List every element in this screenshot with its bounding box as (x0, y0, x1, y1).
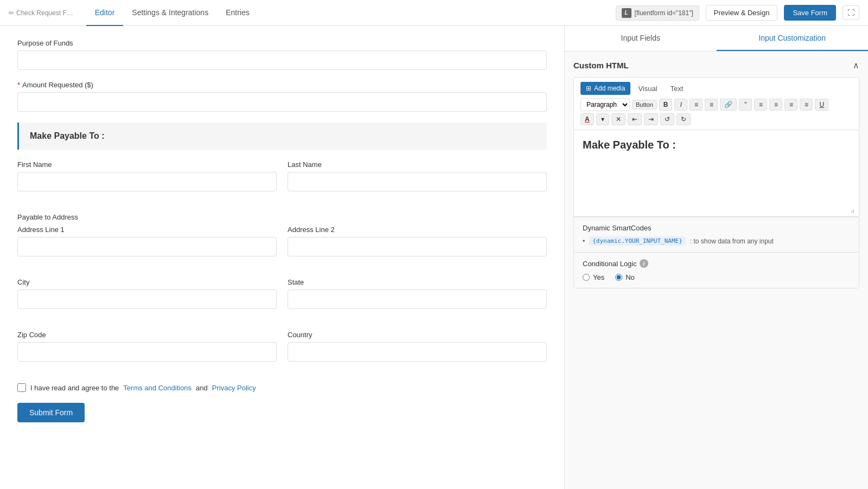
amount-requested-input[interactable] (17, 92, 547, 112)
city-group: City (17, 278, 277, 309)
align-center-button[interactable]: ≡ (769, 99, 782, 111)
address-line2-group: Address Line 2 (288, 226, 547, 256)
radio-no-label: No (615, 273, 635, 281)
align-right-button[interactable]: ≡ (784, 99, 797, 111)
zip-country-row: Zip Code Country (17, 331, 547, 372)
first-name-group: First Name (17, 160, 277, 191)
blockquote-button[interactable]: " (739, 99, 752, 111)
amount-requested-group: *Amount Requested ($) (17, 81, 547, 112)
main-layout: Purpose of Funds *Amount Requested ($) M… (0, 26, 868, 489)
align-left-button[interactable]: ≡ (754, 99, 767, 111)
bullet-list-button[interactable]: ≡ (690, 99, 703, 111)
bullet-dot: • (583, 237, 585, 245)
address-line2-label: Address Line 2 (288, 226, 547, 234)
purpose-of-funds-label: Purpose of Funds (17, 39, 547, 47)
button-style-btn[interactable]: Button (632, 100, 657, 110)
city-label: City (17, 278, 277, 286)
zip-group: Zip Code (17, 331, 277, 362)
editor-heading: Make Payable To : (583, 139, 850, 151)
tab-entries[interactable]: Entries (217, 0, 258, 26)
bold-button[interactable]: B (659, 99, 673, 111)
last-name-input[interactable] (288, 172, 547, 191)
city-input[interactable] (17, 289, 277, 309)
undo-button[interactable]: ↺ (660, 113, 674, 125)
panel-content: Custom HTML ∧ ⊞ Add media Visual Text (565, 52, 868, 306)
color-arrow-button[interactable]: ▾ (596, 113, 609, 125)
save-form-button[interactable]: Save Form (784, 5, 836, 21)
html-code-section: ⊞ Add media Visual Text Paragraph Button… (573, 77, 859, 288)
italic-button[interactable]: I (674, 99, 687, 111)
checkbox-text2: and (196, 384, 208, 392)
expand-icon: ⛶ (847, 9, 854, 17)
link-button[interactable]: 🔗 (720, 99, 737, 111)
editor-content-area[interactable]: Make Payable To : ⊿ (574, 130, 859, 217)
state-label: State (288, 278, 547, 286)
name-row: First Name Last Name (17, 160, 547, 202)
toolbar-row-format: Paragraph Button B I ≡ ≡ 🔗 " ≡ ≡ ≡ ≡ U (580, 98, 852, 111)
radio-no[interactable] (615, 274, 622, 281)
conditional-logic-section: Conditional Logic i Yes No (574, 252, 859, 288)
first-name-label: First Name (17, 160, 277, 169)
address-row1: Address Line 1 Address Line 2 (17, 226, 547, 267)
purpose-of-funds-input[interactable] (17, 50, 547, 70)
last-name-group: Last Name (288, 160, 547, 191)
country-group: Country (288, 331, 547, 362)
shortcode-badge[interactable]: L [fluentform id="181"] (616, 5, 699, 21)
l-icon: L (622, 8, 631, 18)
text-color-button[interactable]: A (580, 113, 594, 125)
section-header: Make Payable To : (17, 123, 547, 150)
tab-input-fields[interactable]: Input Fields (565, 26, 717, 51)
payable-address-label: Payable to Address (17, 213, 547, 221)
zip-input[interactable] (17, 342, 277, 362)
address-line1-label: Address Line 1 (17, 226, 277, 234)
terms-link[interactable]: Terms and Conditions (123, 384, 192, 392)
nav-tabs: Editor Settings & Integrations Entries (86, 0, 616, 26)
smart-codes-section: Dynamic SmartCodes • {dynamic.YOUR_INPUT… (574, 217, 859, 252)
radio-yes[interactable] (583, 274, 590, 281)
numbered-list-button[interactable]: ≡ (705, 99, 718, 111)
toolbar-row-media: ⊞ Add media Visual Text (580, 82, 852, 95)
address-line2-input[interactable] (288, 237, 547, 256)
first-name-input[interactable] (17, 172, 277, 191)
outdent-button[interactable]: ⇤ (628, 113, 642, 125)
radio-yes-label: Yes (583, 273, 604, 281)
tab-settings[interactable]: Settings & Integrations (123, 0, 217, 26)
panel-tabs: Input Fields Input Customization (565, 26, 868, 52)
custom-html-title-row: Custom HTML ∧ (573, 60, 859, 70)
tab-input-customization[interactable]: Input Customization (717, 26, 869, 51)
align-justify-button[interactable]: ≡ (800, 99, 813, 111)
text-tab-button[interactable]: Text (665, 82, 689, 95)
editor-top-toolbar: ⊞ Add media Visual Text Paragraph Button… (574, 78, 859, 130)
tab-editor[interactable]: Editor (86, 0, 124, 26)
custom-html-title: Custom HTML (573, 61, 629, 70)
amount-requested-label: *Amount Requested ($) (17, 81, 547, 89)
underline-button[interactable]: U (815, 99, 828, 111)
visual-tab-button[interactable]: Visual (633, 82, 662, 95)
resize-handle[interactable]: ⊿ (850, 208, 857, 214)
country-input[interactable] (288, 342, 547, 362)
address-line1-input[interactable] (17, 237, 277, 256)
smart-codes-title: Dynamic SmartCodes (583, 224, 850, 232)
preview-design-button[interactable]: Preview & Design (706, 5, 778, 21)
city-state-row: City State (17, 278, 547, 320)
breadcrumb-text: Check Request F… (16, 9, 73, 17)
last-name-label: Last Name (288, 160, 547, 169)
paragraph-select[interactable]: Paragraph (580, 98, 630, 111)
checkbox-text1: I have read and agree to the (30, 384, 119, 392)
indent-button[interactable]: ⇥ (644, 113, 658, 125)
privacy-link[interactable]: Privacy Policy (212, 384, 256, 392)
submit-form-button[interactable]: Submit Form (17, 403, 85, 422)
smart-code-item: • {dynamic.YOUR_INPUT_NAME} : to show da… (583, 236, 850, 246)
expand-button[interactable]: ⛶ (843, 5, 859, 20)
right-panel: Input Fields Input Customization Custom … (564, 26, 868, 489)
section-header-title: Make Payable To : (30, 131, 536, 141)
country-label: Country (288, 331, 547, 339)
terms-checkbox[interactable] (17, 383, 26, 392)
eraser-button[interactable]: ✕ (611, 113, 626, 125)
state-input[interactable] (288, 289, 547, 309)
add-media-button[interactable]: ⊞ Add media (580, 82, 630, 95)
shortcode-text: [fluentform id="181"] (635, 9, 693, 17)
collapse-icon[interactable]: ∧ (853, 60, 859, 70)
redo-button[interactable]: ↻ (676, 113, 691, 125)
conditional-radio-group: Yes No (583, 273, 850, 281)
